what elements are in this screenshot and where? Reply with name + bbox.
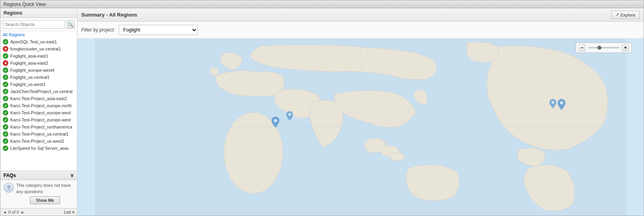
zoom-plus-button[interactable]: +	[622, 44, 629, 51]
list-label: List	[64, 210, 71, 214]
panel-header: Summary - All Regions ↗ Explore	[77, 8, 644, 22]
region-item[interactable]: Karci-Test-Project_europe-west	[0, 109, 77, 116]
region-name: Karci-Test-Project_us-central1	[10, 132, 68, 136]
svg-point-4	[390, 152, 404, 161]
explore-button[interactable]: ↗ Explore	[611, 11, 640, 19]
region-item[interactable]: Foglight_asia-east1	[0, 52, 77, 60]
region-item[interactable]: Foglight_us-west1	[0, 81, 77, 88]
title-bar: Regions Quick View	[0, 0, 644, 8]
region-item[interactable]: Karci-Test-Project_northamerica	[0, 123, 77, 130]
region-name: Karci-Test-Project_europe-west	[10, 117, 71, 122]
panel-title: Summary - All Regions	[81, 12, 137, 18]
sidebar: Regions 🔍 All Regions ApexSQL Test_us-ea…	[0, 8, 77, 216]
main-content: Regions 🔍 All Regions ApexSQL Test_us-ea…	[0, 8, 644, 216]
status-icon	[3, 110, 8, 115]
region-name: Karci-Test-Project_europe-west	[10, 110, 71, 115]
region-name: Karci-Test-Project_europe-north	[10, 103, 72, 108]
svg-point-7	[274, 119, 277, 122]
sidebar-footer: ◄ 0 of 0 ► List ≡	[0, 208, 77, 216]
region-name: Karci-Test-Project_us-west2	[10, 139, 64, 143]
region-item[interactable]: Karci-Test-Project_europe-west	[0, 116, 77, 123]
map-pin-asia-east2[interactable]	[286, 111, 293, 122]
zoom-slider-thumb[interactable]	[597, 46, 601, 50]
show-me-button[interactable]: Show Me	[30, 196, 60, 204]
right-panel: Summary - All Regions ↗ Explore Filter b…	[77, 8, 644, 216]
region-name: fcmgkecluster_us-central1	[10, 47, 61, 51]
status-icon	[3, 124, 8, 130]
region-item[interactable]: Karci-Test-Project_asia-east2	[0, 95, 77, 102]
faq-question-icon: ?	[4, 182, 14, 193]
app-container: Regions Quick View Regions 🔍 All Regions…	[0, 0, 644, 216]
svg-point-9	[552, 101, 554, 104]
status-icon	[3, 96, 8, 101]
map-pin-us-east2[interactable]	[558, 99, 565, 111]
region-item[interactable]: LiteSpeed for Sql Server_asia-	[0, 145, 77, 152]
all-regions-link[interactable]: All Regions	[0, 31, 77, 38]
search-area: 🔍	[0, 18, 77, 31]
zoom-slider-track	[588, 47, 620, 48]
search-input[interactable]	[3, 20, 65, 29]
status-icon	[3, 53, 8, 59]
region-item[interactable]: fcmgkecluster_us-central1	[0, 45, 77, 52]
faqs-header[interactable]: FAQs ∨	[0, 171, 77, 180]
status-icon	[3, 131, 8, 137]
page-next-button[interactable]: ►	[21, 210, 24, 214]
status-icon	[3, 138, 8, 144]
faqs-title: FAQs	[4, 173, 16, 178]
status-icon	[3, 82, 8, 87]
region-name: Karci-Test-Project_northamerica	[10, 125, 72, 129]
region-item[interactable]: Foglight_asia-east2	[0, 60, 77, 67]
page-count: 0 of 0	[8, 210, 19, 214]
list-view-button[interactable]: List ≡	[64, 210, 75, 214]
region-name: LiteSpeed for Sql Server_asia-	[10, 146, 69, 151]
region-name: Foglight_asia-east1	[10, 54, 48, 58]
region-item[interactable]: Karci-Test-Project_us-central1	[0, 130, 77, 138]
region-item[interactable]: Karci-Test-Project_europe-north	[0, 102, 77, 109]
faqs-section: FAQs ∨ ? This category does not have any…	[0, 171, 77, 208]
status-icon	[3, 89, 8, 94]
region-name: Karci-Test-Project_asia-east2	[10, 96, 67, 101]
map-pin-us-east[interactable]	[549, 99, 556, 110]
status-icon	[3, 60, 8, 66]
faqs-chevron: ∨	[70, 173, 74, 178]
region-name: Foglight_us-central1	[10, 75, 50, 80]
region-name: ApexSQL Test_us-east1	[10, 39, 57, 44]
faq-text: This category does not have any question…	[16, 182, 74, 195]
title-bar-label: Regions Quick View	[4, 2, 46, 7]
svg-point-8	[288, 113, 291, 116]
svg-point-10	[560, 101, 563, 104]
zoom-controls: − +	[576, 43, 632, 53]
zoom-minus-button[interactable]: −	[578, 44, 586, 51]
region-item[interactable]: JackChenTestProject_us-central	[0, 88, 77, 95]
region-item[interactable]: Foglight_us-central1	[0, 74, 77, 81]
list-icon: ≡	[72, 210, 75, 214]
region-name: JackChenTestProject_us-central	[10, 89, 73, 94]
region-name: Foglight_us-west1	[10, 82, 45, 87]
status-icon	[3, 39, 8, 45]
sidebar-header: Regions	[0, 8, 77, 18]
explore-label: Explore	[621, 13, 635, 17]
regions-list: ApexSQL Test_us-east1fcmgkecluster_us-ce…	[0, 38, 77, 171]
region-name: Foglight_asia-east2	[10, 61, 48, 65]
explore-icon: ↗	[616, 12, 619, 17]
filter-label: Filter by project:	[81, 27, 115, 33]
region-item[interactable]: ApexSQL Test_us-east1	[0, 38, 77, 45]
status-icon	[3, 117, 8, 123]
world-map-svg	[77, 39, 644, 216]
status-icon	[3, 145, 8, 151]
status-icon	[3, 46, 8, 52]
region-item[interactable]: Foglight_europe-west4	[0, 67, 77, 74]
status-icon	[3, 103, 8, 108]
filter-project-select[interactable]: FoglightApexSQL TestfcmgkeclusterJackChe…	[119, 25, 198, 35]
map-pin-asia-east1[interactable]	[271, 117, 279, 129]
search-button[interactable]: 🔍	[67, 20, 75, 29]
page-prev-button[interactable]: ◄	[3, 210, 7, 214]
faqs-content: ? This category does not have any questi…	[0, 180, 77, 208]
status-icon	[3, 74, 8, 80]
filter-bar: Filter by project: FoglightApexSQL Testf…	[77, 22, 644, 39]
faq-text-area: This category does not have any question…	[16, 182, 74, 206]
status-icon	[3, 67, 8, 73]
pagination: ◄ 0 of 0 ►	[3, 210, 24, 214]
region-item[interactable]: Karci-Test-Project_us-west2	[0, 138, 77, 145]
map-container[interactable]: − +	[77, 39, 644, 216]
